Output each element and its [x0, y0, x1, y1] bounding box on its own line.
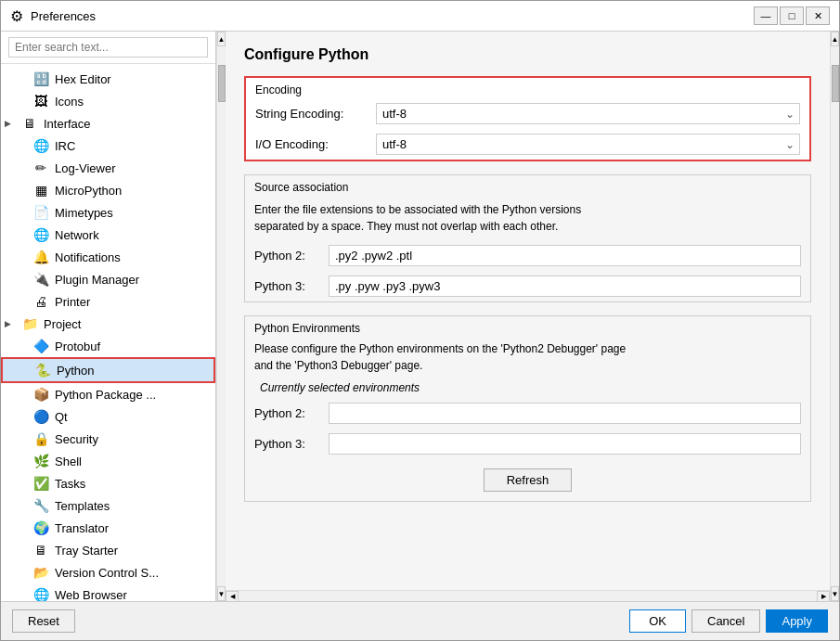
sidebar-label-6: Mimetypes	[55, 206, 113, 220]
env-python3-input[interactable]	[329, 433, 801, 455]
sidebar-list: 🔡Hex Editor🖼Icons▶🖥Interface🌐IRC✏Log-Vie…	[1, 64, 215, 601]
sidebar-item-version-control-s---[interactable]: 📂Version Control S...	[1, 561, 215, 583]
sidebar-icon-6: 📄	[32, 204, 49, 221]
refresh-button[interactable]: Refresh	[484, 468, 573, 492]
app-icon: ⚙	[10, 7, 23, 25]
sidebar-item-plugin-manager[interactable]: 🔌Plugin Manager	[1, 268, 215, 290]
content-scrollbar-thumb[interactable]	[832, 65, 839, 102]
scroll-up-arrow[interactable]: ▲	[217, 32, 226, 46]
sidebar-item-micropython[interactable]: ▦MicroPython	[1, 179, 215, 201]
bottom-right-buttons: OK Cancel Apply	[629, 609, 828, 633]
sidebar-item-protobuf[interactable]: 🔷Protobuf	[1, 335, 215, 357]
reset-button[interactable]: Reset	[12, 609, 75, 633]
io-encoding-select[interactable]: utf-8 ascii latin-1 utf-16	[376, 134, 800, 155]
sidebar-label-23: Web Browser	[55, 588, 127, 602]
io-encoding-label: I/O Encoding:	[255, 137, 367, 151]
sidebar-item-printer[interactable]: 🖨Printer	[1, 290, 215, 313]
python3-ext-input[interactable]	[329, 276, 801, 297]
hscroll-track	[239, 592, 817, 601]
env-python2-row: Python 2:	[245, 398, 810, 429]
env-python2-input[interactable]	[329, 403, 801, 424]
page-title: Configure Python	[244, 46, 811, 63]
sidebar-label-18: Tasks	[55, 477, 85, 491]
expand-arrow-2[interactable]: ▶	[5, 119, 16, 128]
cancel-button[interactable]: Cancel	[691, 609, 760, 633]
maximize-button[interactable]: □	[780, 6, 804, 25]
sidebar-item-icons[interactable]: 🖼Icons	[1, 90, 215, 112]
io-encoding-row: I/O Encoding: utf-8 ascii latin-1 utf-16	[246, 129, 809, 160]
sidebar-icon-7: 🌐	[32, 226, 49, 243]
sidebar-label-5: MicroPython	[55, 184, 122, 198]
sidebar-icon-4: ✏	[32, 160, 49, 176]
python-environments-section: Python Environments Please configure the…	[244, 315, 811, 502]
sidebar-item-tray-starter[interactable]: 🖥Tray Starter	[1, 539, 215, 561]
sidebar-label-15: Qt	[55, 410, 68, 424]
scroll-down-arrow[interactable]: ▼	[217, 586, 226, 601]
expand-arrow-11[interactable]: ▶	[5, 319, 16, 328]
sidebar-item-security[interactable]: 🔒Security	[1, 428, 215, 450]
sidebar-icon-0: 🔡	[32, 71, 49, 87]
preferences-window: ⚙ Preferences — □ ✕ 🔡Hex Editor🖼Icons▶🖥I…	[0, 0, 840, 641]
sidebar-item-tasks[interactable]: ✅Tasks	[1, 472, 215, 494]
sidebar-icon-22: 📂	[32, 564, 49, 581]
sidebar-item-network[interactable]: 🌐Network	[1, 224, 215, 246]
sidebar-item-log-viewer[interactable]: ✏Log-Viewer	[1, 157, 215, 179]
sidebar-label-2: Interface	[44, 117, 91, 131]
sidebar: 🔡Hex Editor🖼Icons▶🖥Interface🌐IRC✏Log-Vie…	[1, 32, 216, 601]
string-encoding-select[interactable]: utf-8 ascii latin-1 utf-16	[376, 103, 800, 124]
sidebar-item-interface[interactable]: ▶🖥Interface	[1, 112, 215, 135]
sidebar-item-project[interactable]: ▶📁Project	[1, 313, 215, 335]
python3-ext-label: Python 3:	[254, 279, 319, 293]
string-encoding-label: String Encoding:	[255, 107, 367, 121]
sidebar-scrollbar[interactable]: ▲ ▼	[216, 32, 226, 601]
sidebar-item-qt[interactable]: 🔵Qt	[1, 405, 215, 428]
sidebar-item-python-package----[interactable]: 📦Python Package ...	[1, 383, 215, 405]
io-encoding-select-wrapper: utf-8 ascii latin-1 utf-16	[376, 134, 800, 155]
sidebar-item-hex-editor[interactable]: 🔡Hex Editor	[1, 68, 215, 90]
env-python3-row: Python 3:	[245, 429, 810, 459]
currently-selected-label: Currently selected environments	[245, 379, 810, 398]
titlebar: ⚙ Preferences — □ ✕	[1, 1, 839, 32]
sidebar-icon-1: 🖼	[32, 93, 49, 109]
sidebar-icon-2: 🖥	[21, 115, 38, 132]
sidebar-item-templates[interactable]: 🔧Templates	[1, 494, 215, 517]
sidebar-item-web-browser[interactable]: 🌐Web Browser	[1, 583, 215, 601]
search-input[interactable]	[8, 37, 208, 58]
string-encoding-select-wrapper: utf-8 ascii latin-1 utf-16	[376, 103, 800, 124]
hscroll-left-btn[interactable]: ◀	[226, 591, 239, 602]
sidebar-item-irc[interactable]: 🌐IRC	[1, 135, 215, 157]
sidebar-icon-9: 🔌	[32, 271, 49, 288]
sidebar-label-9: Plugin Manager	[55, 273, 139, 287]
sidebar-item-shell[interactable]: 🌿Shell	[1, 450, 215, 472]
sidebar-item-notifications[interactable]: 🔔Notifications	[1, 246, 215, 268]
ok-button[interactable]: OK	[629, 609, 686, 633]
encoding-section: Encoding String Encoding: utf-8 ascii la…	[244, 76, 811, 161]
close-button[interactable]: ✕	[806, 6, 830, 25]
content-scroll-down[interactable]: ▼	[831, 586, 839, 601]
sidebar-item-translator[interactable]: 🌍Translator	[1, 517, 215, 539]
sidebar-label-13: Python	[57, 364, 94, 378]
bottom-bar: Reset OK Cancel Apply	[1, 601, 839, 640]
sidebar-label-4: Log-Viewer	[55, 161, 116, 175]
sidebar-icon-10: 🖨	[32, 293, 49, 310]
content-scrollbar[interactable]: ▲ ▼	[830, 32, 839, 601]
sidebar-item-mimetypes[interactable]: 📄Mimetypes	[1, 201, 215, 224]
horizontal-scrollbar[interactable]: ◀ ▶	[226, 590, 830, 601]
sidebar-icon-17: 🌿	[32, 453, 49, 469]
sidebar-icon-18: ✅	[32, 475, 49, 492]
sidebar-label-22: Version Control S...	[55, 566, 159, 580]
scrollbar-thumb[interactable]	[218, 65, 226, 102]
sidebar-item-python[interactable]: 🐍Python	[1, 357, 215, 383]
string-encoding-row: String Encoding: utf-8 ascii latin-1 utf…	[246, 98, 809, 129]
sidebar-icon-16: 🔒	[32, 430, 49, 447]
hscroll-right-btn[interactable]: ▶	[817, 591, 830, 602]
python3-ext-row: Python 3:	[245, 271, 810, 301]
content-scroll-up[interactable]: ▲	[831, 32, 839, 46]
minimize-button[interactable]: —	[754, 6, 778, 25]
sidebar-icon-15: 🔵	[32, 408, 49, 425]
sidebar-label-17: Shell	[55, 455, 82, 468]
python2-ext-row: Python 2:	[245, 240, 810, 271]
sidebar-icon-20: 🌍	[32, 519, 49, 536]
python2-ext-input[interactable]	[329, 245, 801, 266]
apply-button[interactable]: Apply	[766, 609, 828, 633]
